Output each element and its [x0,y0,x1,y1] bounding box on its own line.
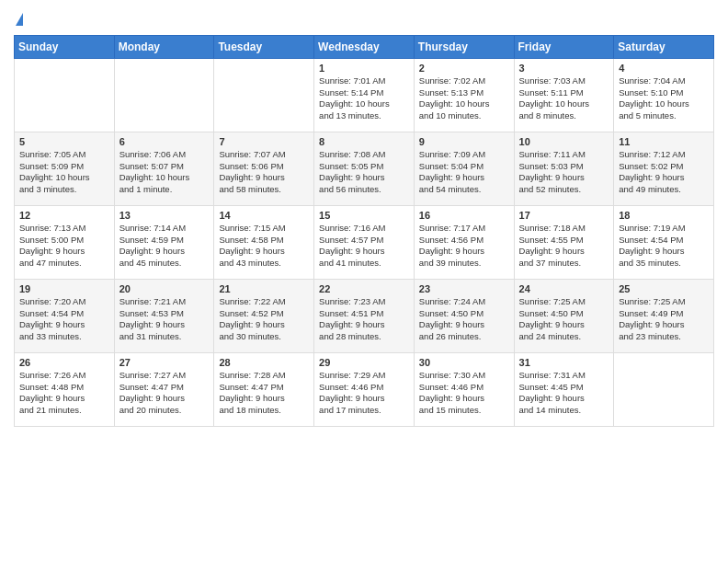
calendar-empty-cell [114,58,214,132]
day-number: 15 [319,210,410,221]
calendar-day-8: 8Sunrise: 7:08 AMSunset: 5:05 PMDaylight… [314,132,415,205]
calendar-week-row: 5Sunrise: 7:05 AMSunset: 5:09 PMDaylight… [15,132,714,205]
day-number: 22 [319,283,410,294]
day-number: 26 [19,357,110,368]
day-info: Sunrise: 7:08 AMSunset: 5:05 PMDaylight:… [319,149,410,196]
calendar-day-10: 10Sunrise: 7:11 AMSunset: 5:03 PMDayligh… [514,132,614,205]
day-number: 19 [19,283,110,294]
day-number: 6 [119,136,210,147]
calendar-day-6: 6Sunrise: 7:06 AMSunset: 5:07 PMDaylight… [114,132,214,205]
day-number: 16 [419,210,510,221]
day-number: 28 [219,357,310,368]
day-info: Sunrise: 7:25 AMSunset: 4:50 PMDaylight:… [519,296,610,343]
calendar-empty-cell [614,352,714,426]
weekday-header-tuesday: Tuesday [214,35,314,58]
day-number: 4 [619,63,710,74]
day-info: Sunrise: 7:14 AMSunset: 4:59 PMDaylight:… [119,223,210,270]
calendar-day-17: 17Sunrise: 7:18 AMSunset: 4:55 PMDayligh… [514,205,614,279]
calendar-day-26: 26Sunrise: 7:26 AMSunset: 4:48 PMDayligh… [15,352,115,426]
calendar-day-30: 30Sunrise: 7:30 AMSunset: 4:46 PMDayligh… [414,352,514,426]
day-number: 3 [519,63,610,74]
calendar-day-19: 19Sunrise: 7:20 AMSunset: 4:54 PMDayligh… [15,279,115,352]
calendar-table: SundayMondayTuesdayWednesdayThursdayFrid… [14,35,714,427]
calendar-day-28: 28Sunrise: 7:28 AMSunset: 4:47 PMDayligh… [214,352,314,426]
day-number: 10 [519,136,610,147]
weekday-header-row: SundayMondayTuesdayWednesdayThursdayFrid… [15,35,714,58]
day-info: Sunrise: 7:30 AMSunset: 4:46 PMDaylight:… [419,370,510,417]
day-number: 20 [119,283,210,294]
day-number: 2 [419,63,510,74]
calendar-day-21: 21Sunrise: 7:22 AMSunset: 4:52 PMDayligh… [214,279,314,352]
weekday-header-wednesday: Wednesday [314,35,415,58]
day-info: Sunrise: 7:03 AMSunset: 5:11 PMDaylight:… [519,75,610,122]
calendar-day-18: 18Sunrise: 7:19 AMSunset: 4:54 PMDayligh… [614,205,714,279]
day-number: 7 [219,136,310,147]
calendar-week-row: 26Sunrise: 7:26 AMSunset: 4:48 PMDayligh… [15,352,714,426]
logo-text [14,9,23,28]
weekday-header-saturday: Saturday [614,35,714,58]
calendar-day-24: 24Sunrise: 7:25 AMSunset: 4:50 PMDayligh… [514,279,614,352]
day-info: Sunrise: 7:04 AMSunset: 5:10 PMDaylight:… [619,75,710,122]
day-info: Sunrise: 7:16 AMSunset: 4:57 PMDaylight:… [319,223,410,270]
day-info: Sunrise: 7:23 AMSunset: 4:51 PMDaylight:… [319,296,410,343]
calendar-week-row: 12Sunrise: 7:13 AMSunset: 5:00 PMDayligh… [15,205,714,279]
day-info: Sunrise: 7:21 AMSunset: 4:53 PMDaylight:… [119,296,210,343]
day-number: 5 [19,136,110,147]
header [14,9,714,28]
calendar-day-9: 9Sunrise: 7:09 AMSunset: 5:04 PMDaylight… [414,132,514,205]
day-info: Sunrise: 7:28 AMSunset: 4:47 PMDaylight:… [219,370,310,417]
day-number: 13 [119,210,210,221]
day-number: 25 [619,283,710,294]
day-number: 30 [419,357,510,368]
calendar-day-29: 29Sunrise: 7:29 AMSunset: 4:46 PMDayligh… [314,352,415,426]
day-info: Sunrise: 7:06 AMSunset: 5:07 PMDaylight:… [119,149,210,196]
day-number: 9 [419,136,510,147]
calendar-week-row: 19Sunrise: 7:20 AMSunset: 4:54 PMDayligh… [15,279,714,352]
calendar-day-27: 27Sunrise: 7:27 AMSunset: 4:47 PMDayligh… [114,352,214,426]
day-info: Sunrise: 7:12 AMSunset: 5:02 PMDaylight:… [619,149,710,196]
calendar-day-5: 5Sunrise: 7:05 AMSunset: 5:09 PMDaylight… [15,132,115,205]
calendar-day-2: 2Sunrise: 7:02 AMSunset: 5:13 PMDaylight… [414,58,514,132]
calendar-day-16: 16Sunrise: 7:17 AMSunset: 4:56 PMDayligh… [414,205,514,279]
day-info: Sunrise: 7:02 AMSunset: 5:13 PMDaylight:… [419,75,510,122]
calendar-day-25: 25Sunrise: 7:25 AMSunset: 4:49 PMDayligh… [614,279,714,352]
day-info: Sunrise: 7:13 AMSunset: 5:00 PMDaylight:… [19,223,110,270]
day-number: 1 [319,63,410,74]
day-number: 23 [419,283,510,294]
day-info: Sunrise: 7:24 AMSunset: 4:50 PMDaylight:… [419,296,510,343]
day-info: Sunrise: 7:17 AMSunset: 4:56 PMDaylight:… [419,223,510,270]
day-number: 21 [219,283,310,294]
calendar-day-31: 31Sunrise: 7:31 AMSunset: 4:45 PMDayligh… [514,352,614,426]
day-info: Sunrise: 7:29 AMSunset: 4:46 PMDaylight:… [319,370,410,417]
day-info: Sunrise: 7:22 AMSunset: 4:52 PMDaylight:… [219,296,310,343]
day-info: Sunrise: 7:18 AMSunset: 4:55 PMDaylight:… [519,223,610,270]
calendar-day-13: 13Sunrise: 7:14 AMSunset: 4:59 PMDayligh… [114,205,214,279]
day-number: 11 [619,136,710,147]
day-info: Sunrise: 7:01 AMSunset: 5:14 PMDaylight:… [319,75,410,122]
day-info: Sunrise: 7:09 AMSunset: 5:04 PMDaylight:… [419,149,510,196]
calendar-day-11: 11Sunrise: 7:12 AMSunset: 5:02 PMDayligh… [614,132,714,205]
logo [14,9,23,28]
weekday-header-friday: Friday [514,35,614,58]
day-number: 31 [519,357,610,368]
day-info: Sunrise: 7:19 AMSunset: 4:54 PMDaylight:… [619,223,710,270]
weekday-header-thursday: Thursday [414,35,514,58]
day-info: Sunrise: 7:25 AMSunset: 4:49 PMDaylight:… [619,296,710,343]
day-number: 8 [319,136,410,147]
day-info: Sunrise: 7:31 AMSunset: 4:45 PMDaylight:… [519,370,610,417]
calendar-day-7: 7Sunrise: 7:07 AMSunset: 5:06 PMDaylight… [214,132,314,205]
calendar-day-22: 22Sunrise: 7:23 AMSunset: 4:51 PMDayligh… [314,279,415,352]
day-number: 29 [319,357,410,368]
day-number: 18 [619,210,710,221]
calendar-day-3: 3Sunrise: 7:03 AMSunset: 5:11 PMDaylight… [514,58,614,132]
weekday-header-monday: Monday [114,35,214,58]
day-number: 24 [519,283,610,294]
calendar-week-row: 1Sunrise: 7:01 AMSunset: 5:14 PMDaylight… [15,58,714,132]
day-number: 14 [219,210,310,221]
calendar-empty-cell [15,58,115,132]
calendar-day-4: 4Sunrise: 7:04 AMSunset: 5:10 PMDaylight… [614,58,714,132]
calendar-day-23: 23Sunrise: 7:24 AMSunset: 4:50 PMDayligh… [414,279,514,352]
calendar-day-12: 12Sunrise: 7:13 AMSunset: 5:00 PMDayligh… [15,205,115,279]
calendar-day-20: 20Sunrise: 7:21 AMSunset: 4:53 PMDayligh… [114,279,214,352]
day-info: Sunrise: 7:27 AMSunset: 4:47 PMDaylight:… [119,370,210,417]
